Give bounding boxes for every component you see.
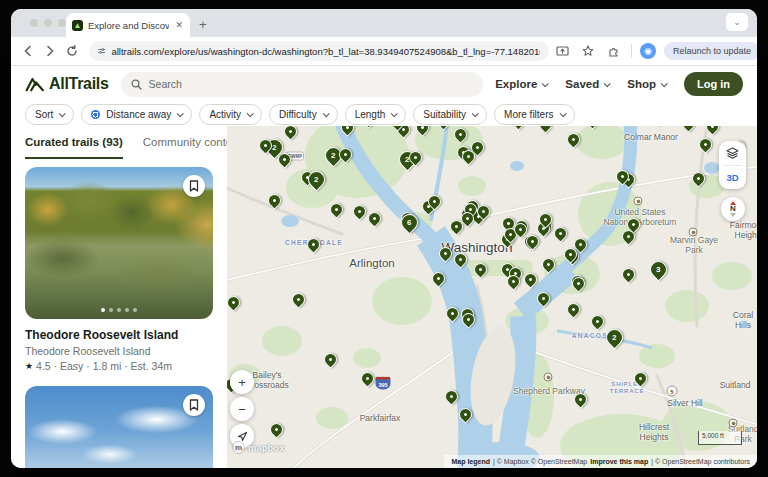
tab-overflow-button[interactable]: ⌄	[726, 13, 748, 31]
map-pin[interactable]	[551, 224, 569, 242]
map-pin[interactable]	[649, 126, 667, 127]
map-pin[interactable]	[689, 169, 707, 187]
map-pin[interactable]	[456, 405, 474, 423]
filter-activity[interactable]: Activity	[199, 104, 262, 125]
filter-suitability[interactable]: Suitability	[413, 104, 487, 125]
map-pin-cluster[interactable]: 6	[397, 210, 421, 234]
map-pin[interactable]	[539, 255, 557, 273]
map-pin[interactable]	[703, 126, 721, 136]
tab-curated-trails[interactable]: Curated trails (93)	[25, 126, 123, 159]
map-pin[interactable]	[451, 250, 469, 268]
share-icon[interactable]	[553, 42, 571, 60]
zoom-out-button[interactable]: −	[230, 397, 254, 421]
improve-map-link[interactable]: Improve this map	[590, 458, 648, 465]
map-pin[interactable]	[429, 269, 447, 287]
map-pin[interactable]	[471, 260, 489, 278]
relaunch-button[interactable]: Relaunch to update	[664, 42, 757, 60]
map-pin[interactable]	[327, 200, 345, 218]
map-legend-link[interactable]: Map legend	[451, 458, 490, 465]
nav-item-explore[interactable]: Explore	[495, 78, 547, 90]
map-pin[interactable]	[619, 265, 637, 283]
map-pin[interactable]	[536, 126, 554, 134]
map-pin[interactable]	[521, 270, 539, 288]
map-pin[interactable]	[267, 420, 285, 438]
trail-photo[interactable]	[25, 167, 213, 319]
back-icon[interactable]	[19, 42, 37, 60]
map-pin[interactable]	[588, 312, 606, 330]
nav-item-saved[interactable]: Saved	[565, 78, 609, 90]
trail-photo[interactable]	[25, 386, 213, 468]
map-pin[interactable]	[359, 126, 377, 129]
map-pin[interactable]	[564, 130, 582, 148]
trail-card[interactable]	[25, 386, 213, 468]
layers-button[interactable]	[719, 141, 746, 165]
forward-icon[interactable]	[41, 42, 59, 60]
nav-item-shop[interactable]: Shop	[627, 78, 666, 90]
carousel-dots[interactable]	[25, 308, 213, 312]
reload-icon[interactable]	[63, 42, 81, 60]
search-input[interactable]: Search	[121, 72, 484, 97]
map-pin[interactable]	[227, 293, 242, 311]
map-pin[interactable]	[583, 126, 601, 130]
map-pin[interactable]	[365, 209, 383, 227]
compass-button[interactable]: N	[721, 197, 745, 221]
map-pin[interactable]	[571, 390, 589, 408]
map-pin[interactable]	[350, 202, 368, 220]
map-pin[interactable]	[265, 191, 283, 209]
filter-difficulty[interactable]: Difficulty	[269, 104, 338, 125]
map-pin[interactable]	[436, 244, 454, 262]
carousel-dot[interactable]	[125, 308, 129, 312]
map-pin[interactable]	[451, 126, 469, 144]
filter-length[interactable]: Length	[345, 104, 407, 125]
site-settings-icon[interactable]	[98, 46, 105, 56]
map-pin[interactable]	[338, 126, 356, 137]
tab-community-content[interactable]: Community content	[143, 126, 227, 159]
filter-more-filters[interactable]: More filters	[494, 104, 574, 125]
map-pin[interactable]	[443, 304, 461, 322]
map-pin[interactable]	[523, 232, 541, 250]
map[interactable]: WashingtonArlingtonCHERRYDALEColmar Mano…	[227, 126, 757, 468]
map-pin[interactable]	[564, 300, 582, 318]
mapbox-logo[interactable]: m mapbox	[232, 441, 284, 454]
map-pin-cluster[interactable]: 3	[646, 257, 670, 281]
window-controls[interactable]	[30, 19, 66, 27]
map-pin[interactable]	[281, 126, 299, 141]
tab-close-icon[interactable]: ✕	[174, 20, 184, 30]
map-pin[interactable]	[509, 126, 527, 131]
browser-tab[interactable]: ▲ Explore and Discover Trails N ✕	[66, 13, 190, 37]
carousel-dot[interactable]	[109, 308, 113, 312]
bookmark-button[interactable]	[183, 175, 205, 197]
carousel-dot[interactable]	[117, 308, 121, 312]
map-pin[interactable]	[413, 126, 431, 137]
3d-button[interactable]: 3D	[719, 166, 746, 190]
map-pin[interactable]	[534, 289, 552, 307]
map-pin[interactable]	[679, 126, 697, 133]
map-pin[interactable]	[631, 369, 649, 387]
map-credits[interactable]: | © Mapbox © OpenStreetMap	[493, 458, 587, 465]
trail-card[interactable]: Theodore Roosevelt Island Theodore Roose…	[25, 167, 213, 372]
carousel-dot[interactable]	[133, 308, 137, 312]
map-pin[interactable]	[358, 369, 376, 387]
login-button[interactable]: Log in	[684, 72, 743, 96]
url-bar[interactable]: alltrails.com/explore/us/washington-dc/w…	[89, 41, 549, 61]
maximize-window-button[interactable]	[58, 19, 66, 27]
map-pin[interactable]	[696, 135, 714, 153]
minimize-window-button[interactable]	[44, 19, 52, 27]
map-pin[interactable]	[289, 290, 307, 308]
extensions-icon[interactable]	[605, 42, 623, 60]
map-pin[interactable]	[321, 350, 339, 368]
osm-credits[interactable]: | © OpenStreetMap contributors	[651, 458, 750, 465]
close-window-button[interactable]	[30, 19, 38, 27]
bookmark-button[interactable]	[183, 394, 205, 416]
profile-avatar[interactable]: ◉	[640, 43, 656, 59]
zoom-in-button[interactable]: +	[230, 370, 254, 394]
filter-sort[interactable]: Sort	[25, 104, 74, 125]
map-pin[interactable]	[434, 126, 452, 131]
carousel-dot[interactable]	[101, 308, 105, 312]
bookmark-star-icon[interactable]	[579, 42, 597, 60]
new-tab-button[interactable]: +	[199, 17, 207, 32]
map-pin[interactable]	[442, 387, 460, 405]
map-pin-cluster[interactable]: 2	[602, 325, 626, 349]
filter-distance-away[interactable]: Distance away	[81, 104, 192, 125]
alltrails-logo[interactable]: AllTrails	[25, 75, 109, 93]
